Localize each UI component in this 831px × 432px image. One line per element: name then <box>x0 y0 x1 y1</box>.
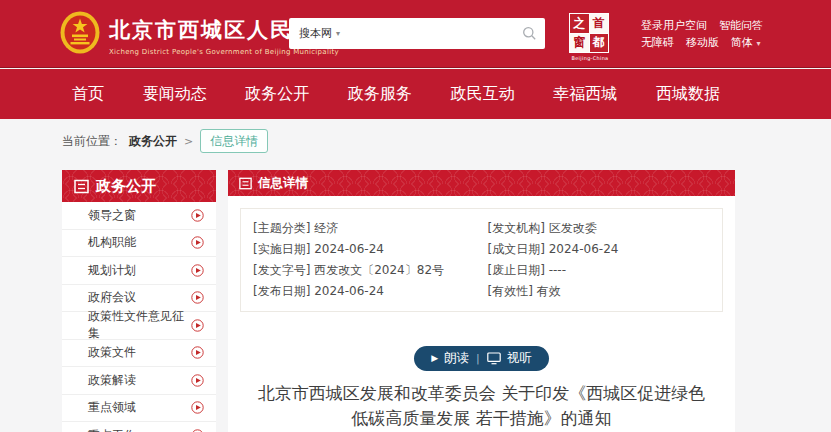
nav-item-home[interactable]: 首页 <box>72 84 104 105</box>
search-box: 搜本网 ▾ <box>289 18 545 49</box>
capital-window-logo[interactable]: 之 首 窗 都 Beijing-China <box>569 13 611 61</box>
capital-window-caption: Beijing-China <box>569 55 611 61</box>
meta-item: [发文机构] 区发改委 <box>488 218 723 239</box>
monitor-icon <box>487 352 501 365</box>
circle-arrow-icon <box>191 319 204 332</box>
meta-item: [成文日期] 2024-06-24 <box>488 239 723 260</box>
panel-body: [主题分类] 经济 [实施日期] 2024-06-24 [发文字号] 西发改文〔… <box>228 196 735 432</box>
audio-visual-button[interactable]: 视听 <box>507 350 532 367</box>
nav-item-gov-services[interactable]: 政务服务 <box>348 84 412 105</box>
capital-window-seal-icon: 之 首 窗 都 <box>569 13 609 53</box>
site-subtitle: Xicheng District People's Government of … <box>109 48 339 56</box>
sidebar-item-policy-draft-comments[interactable]: 政策性文件意见征集 <box>62 312 216 340</box>
search-input[interactable] <box>340 18 522 49</box>
breadcrumb-separator: > <box>184 135 193 148</box>
circle-arrow-icon <box>191 236 204 249</box>
sidebar-item-partial[interactable]: 重点工作 <box>62 422 216 432</box>
meta-item: [实施日期] 2024-06-24 <box>253 239 488 260</box>
list-icon <box>74 179 89 194</box>
read-aloud-button[interactable]: 朗读 <box>444 350 469 367</box>
circle-arrow-icon <box>191 291 204 304</box>
sidebar-header: 政务公开 <box>62 170 216 202</box>
nav-item-happy-xicheng[interactable]: 幸福西城 <box>553 84 617 105</box>
seal-char: 都 <box>590 34 609 53</box>
search-icon[interactable] <box>522 26 537 41</box>
meta-col-left: [主题分类] 经济 [实施日期] 2024-06-24 [发文字号] 西发改文〔… <box>253 218 488 302</box>
meta-item: [发文字号] 西发改文〔2024〕82号 <box>253 260 488 281</box>
nav-item-gov-info[interactable]: 政务公开 <box>245 84 309 105</box>
sidebar-item-policy-interpretation[interactable]: 政策解读 <box>62 367 216 395</box>
sidebar-menu: 领导之窗 机构职能 规划计划 政府会议 政策性文件意见征集 政策文件 政策解读 <box>62 202 216 432</box>
info-detail-panel: 信息详情 [主题分类] 经济 [实施日期] 2024-06-24 [发文字号] … <box>228 170 735 432</box>
sidebar-item-policy-documents[interactable]: 政策文件 <box>62 340 216 368</box>
accessibility-link[interactable]: 无障碍 <box>641 34 674 52</box>
nav-item-public-interaction[interactable]: 政民互动 <box>451 84 515 105</box>
panel-header: 信息详情 <box>228 170 735 196</box>
document-title: 北京市西城区发展和改革委员会 关于印发《西城区促进绿色低碳高质量发展 若干措施》… <box>250 381 713 431</box>
meta-item: [主题分类] 经济 <box>253 218 488 239</box>
sidebar-item-key-areas[interactable]: 重点领域 <box>62 395 216 423</box>
circle-arrow-icon <box>191 401 204 414</box>
sidebar-gov-info: 政务公开 领导之窗 机构职能 规划计划 政府会议 政策性文件意见征集 政策文件 … <box>62 170 216 432</box>
document-meta-box: [主题分类] 经济 [实施日期] 2024-06-24 [发文字号] 西发改文〔… <box>240 208 723 312</box>
seal-char: 首 <box>590 14 609 33</box>
search-scope-label: 搜本网 <box>299 26 332 41</box>
login-user-space-link[interactable]: 登录用户空间 <box>641 17 707 34</box>
seal-char: 窗 <box>570 34 589 53</box>
smart-qa-link[interactable]: 智能问答 <box>719 17 763 34</box>
meta-item: [有效性] 有效 <box>488 281 723 302</box>
breadcrumb-prefix: 当前位置： <box>62 133 122 150</box>
meta-item: [废止日期] ---- <box>488 260 723 281</box>
meta-item: [发布日期] 2024-06-24 <box>253 281 488 302</box>
seal-char: 之 <box>570 14 589 33</box>
circle-arrow-icon <box>191 209 204 222</box>
mobile-version-link[interactable]: 移动版 <box>686 34 719 52</box>
circle-arrow-icon <box>191 264 204 277</box>
search-scope-dropdown[interactable]: 搜本网 ▾ <box>299 26 340 41</box>
national-emblem-icon <box>60 11 100 54</box>
breadcrumb: 当前位置： 政务公开 > 信息详情 <box>62 129 268 153</box>
site-header: 北京市西城区人民政府 Xicheng District People's Gov… <box>0 0 831 68</box>
sidebar-item-leaders-window[interactable]: 领导之窗 <box>62 202 216 230</box>
header-quick-links: 登录用户空间 智能问答 无障碍 移动版 简体 ▾ <box>641 17 763 52</box>
play-icon: ▶ <box>431 354 438 363</box>
sidebar-title: 政务公开 <box>96 177 156 196</box>
meta-col-right: [发文机构] 区发改委 [成文日期] 2024-06-24 [废止日期] ---… <box>488 218 723 302</box>
read-listen-button[interactable]: ▶ 朗读 | 视听 <box>414 346 549 371</box>
caret-down-icon: ▾ <box>757 39 761 48</box>
breadcrumb-section-link[interactable]: 政务公开 <box>129 133 177 150</box>
circle-arrow-icon <box>191 374 204 387</box>
button-divider: | <box>476 352 480 365</box>
sidebar-item-org-functions[interactable]: 机构职能 <box>62 230 216 258</box>
actions-row: ▶ 朗读 | 视听 <box>228 346 735 371</box>
panel-title: 信息详情 <box>258 175 308 192</box>
nav-item-news[interactable]: 要闻动态 <box>143 84 207 105</box>
breadcrumb-current-badge: 信息详情 <box>200 129 268 153</box>
main-navbar: 首页 要闻动态 政务公开 政务服务 政民互动 幸福西城 西城数据 <box>0 69 831 119</box>
list-icon <box>239 177 252 190</box>
nav-item-xicheng-data[interactable]: 西城数据 <box>656 84 720 105</box>
sidebar-item-planning[interactable]: 规划计划 <box>62 257 216 285</box>
language-dropdown[interactable]: 简体 ▾ <box>731 34 761 52</box>
circle-arrow-icon <box>191 346 204 359</box>
